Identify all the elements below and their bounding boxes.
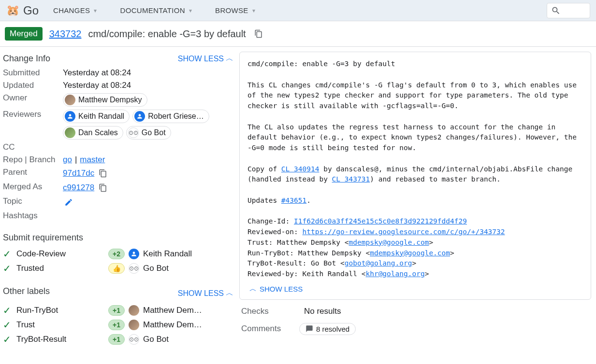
- copy-icon: [99, 169, 107, 178]
- brand[interactable]: Go: [23, 4, 39, 17]
- comments-label: Comments: [241, 324, 290, 334]
- page-title: cmd/compile: enable -G=3 by default: [88, 28, 246, 40]
- reviewed-on-link[interactable]: https://go-review.googlesource.com/c/go/…: [303, 228, 505, 236]
- avatar: [129, 320, 139, 330]
- check-icon: ✓: [3, 305, 14, 316]
- chevron-down-icon: ▾: [94, 7, 97, 14]
- change-info-title: Change Info: [3, 54, 50, 64]
- copy-parent-button[interactable]: [97, 168, 109, 179]
- chevron-up-icon: ︿: [226, 288, 233, 298]
- pencil-icon: [64, 198, 73, 207]
- subject-bar: Merged 343732 cmd/compile: enable -G=3 b…: [0, 21, 596, 47]
- check-icon: ✓: [3, 263, 14, 274]
- commit-message-text: cmd/compile: enable -G=3 by default This…: [247, 59, 583, 280]
- bot-icon: ⊙⊙: [128, 127, 139, 138]
- copy-merged-button[interactable]: [97, 182, 109, 194]
- reviewer-chip[interactable]: ⊙⊙Go Bot: [126, 126, 171, 140]
- check-icon: ✓: [3, 334, 14, 345]
- merged-as-link[interactable]: c991278: [63, 183, 94, 193]
- change-id-link[interactable]: I1f62d6c0a3ff245e15c5c0e8f3d922129fdd4f2…: [294, 217, 467, 225]
- reviewers-label: Reviewers: [3, 110, 63, 119]
- hashtags-label: Hashtags: [3, 211, 63, 221]
- chevron-up-icon: ︿: [249, 284, 257, 294]
- search-icon: [551, 6, 561, 15]
- resolved-comments-chip[interactable]: 8 resolved: [299, 323, 356, 335]
- comment-icon: [305, 325, 313, 333]
- vote-chip[interactable]: +1: [108, 305, 125, 316]
- issue-link[interactable]: #43651: [281, 196, 306, 204]
- status-badge: Merged: [5, 27, 43, 41]
- checks-label: Checks: [241, 307, 290, 316]
- bot-icon: ⊙⊙: [129, 334, 139, 345]
- merged-as-label: Merged As: [3, 182, 63, 192]
- updated-value: Yesterday at 08:24: [63, 81, 131, 90]
- submitted-value: Yesterday at 08:24: [63, 68, 131, 78]
- check-icon: ✓: [3, 319, 14, 331]
- vote-chip[interactable]: +2: [108, 249, 125, 259]
- vote-chip[interactable]: +1: [108, 320, 125, 330]
- email-link[interactable]: mdempsky@google.com: [370, 249, 450, 257]
- nav-changes[interactable]: CHANGES▾: [53, 6, 97, 14]
- search-input[interactable]: [547, 3, 590, 18]
- avatar: [134, 111, 145, 122]
- other-labels-title: Other labels: [3, 286, 50, 296]
- message-toggle[interactable]: ︿ SHOW LESS: [247, 280, 583, 294]
- cl-number-link[interactable]: 343732: [49, 28, 82, 40]
- submit-req-row: ✓ Code-Review +2 Keith Randall: [3, 247, 233, 261]
- edit-topic-button[interactable]: [63, 196, 74, 208]
- cc-label: CC: [3, 142, 63, 152]
- label-row: ✓ Trust +1 Matthew Dem…: [3, 318, 233, 332]
- updated-label: Updated: [3, 81, 63, 90]
- label-row: ✓ TryBot-Result +1 ⊙⊙Go Bot: [3, 332, 233, 347]
- vote-chip[interactable]: 👍: [108, 263, 125, 274]
- copy-icon: [99, 183, 107, 192]
- avatar: [65, 95, 75, 105]
- submit-req-row: ✓ Trusted 👍 ⊙⊙Go Bot: [3, 261, 233, 276]
- avatar: [65, 127, 75, 138]
- gopher-logo: 🐹: [6, 4, 19, 17]
- submitted-label: Submitted: [3, 68, 63, 78]
- nav-documentation[interactable]: DOCUMENTATION▾: [120, 6, 192, 14]
- repo-link[interactable]: go: [63, 155, 72, 165]
- email-link[interactable]: mdempsky@google.com: [349, 238, 429, 246]
- cl-link[interactable]: CL 340914: [281, 165, 320, 173]
- top-nav: 🐹 Go CHANGES▾ DOCUMENTATION▾ BROWSE▾: [0, 0, 596, 21]
- reviewer-chip[interactable]: Keith Randall: [63, 110, 130, 123]
- avatar: [129, 305, 139, 316]
- email-link[interactable]: khr@golang.org: [365, 270, 424, 278]
- email-link[interactable]: gobot@golang.org: [345, 259, 412, 267]
- branch-link[interactable]: master: [80, 155, 105, 165]
- chevron-up-icon: ︿: [226, 54, 233, 64]
- reviewer-chip[interactable]: Dan Scales: [63, 126, 123, 140]
- submit-requirements-title: Submit requirements: [3, 233, 233, 243]
- parent-link[interactable]: 97d17dc: [63, 168, 94, 178]
- nav-browse[interactable]: BROWSE▾: [215, 6, 255, 14]
- reviewer-chip[interactable]: Robert Griese…: [132, 110, 209, 123]
- change-info-toggle[interactable]: SHOW LESS ︿: [178, 54, 233, 64]
- cl-link[interactable]: CL 343731: [332, 175, 370, 183]
- avatar: [129, 249, 139, 259]
- vote-chip[interactable]: +1: [108, 334, 125, 345]
- copy-subject-button[interactable]: [253, 28, 264, 40]
- topic-label: Topic: [3, 196, 63, 206]
- other-labels-toggle[interactable]: SHOW LESS ︿: [178, 288, 233, 298]
- owner-chip[interactable]: Matthew Dempsky: [63, 93, 147, 107]
- check-icon: ✓: [3, 248, 14, 260]
- chevron-down-icon: ▾: [189, 7, 192, 14]
- avatar: [65, 111, 75, 122]
- checks-value: No results: [304, 307, 341, 316]
- label-row: ✓ Run-TryBot +1 Matthew Dem…: [3, 303, 233, 318]
- parent-label: Parent: [3, 168, 63, 177]
- repo-branch-label: Repo | Branch: [3, 155, 63, 165]
- chevron-down-icon: ▾: [252, 7, 255, 14]
- owner-label: Owner: [3, 93, 63, 103]
- bot-icon: ⊙⊙: [129, 263, 139, 274]
- commit-message: cmd/compile: enable -G=3 by default This…: [239, 52, 591, 300]
- copy-icon: [254, 29, 263, 38]
